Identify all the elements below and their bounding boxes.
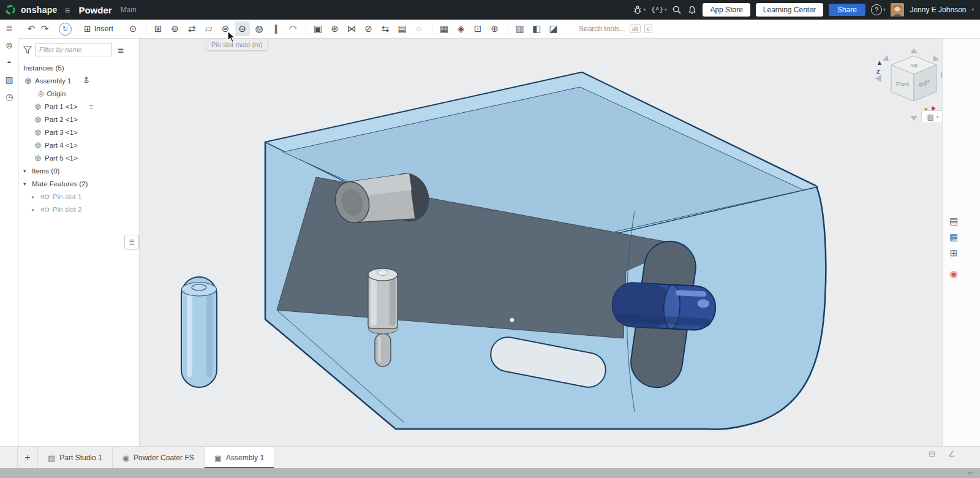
origin-marker[interactable] xyxy=(510,317,514,322)
user-name[interactable]: Jenny E Johnson xyxy=(910,6,966,14)
part-indicator-icon: ≡ xyxy=(89,103,93,110)
mates-panel-icon[interactable]: ⊚ xyxy=(2,40,16,50)
add-tab-button[interactable]: + xyxy=(17,447,38,469)
items-header[interactable]: ▾ Items (0) xyxy=(18,164,139,177)
mate-connector-icon[interactable]: ⊙ xyxy=(126,21,140,36)
search-tools-input[interactable]: Search tools... alt c xyxy=(579,25,652,33)
redo-icon[interactable]: ↷ xyxy=(38,23,51,34)
tool-glyph: ▤ xyxy=(398,23,406,34)
ball-mate-icon[interactable]: ◍ xyxy=(252,21,266,36)
slider-mate-icon[interactable]: ⇄ xyxy=(184,21,199,36)
display-mode-button[interactable]: ▧ ▾ xyxy=(921,110,942,123)
configurations-panel-icon[interactable]: ▦ xyxy=(946,230,961,245)
rotate-up-arrow[interactable] xyxy=(910,48,918,53)
comments-panel-icon[interactable]: ◓ xyxy=(2,58,16,67)
origin-icon: ◎ xyxy=(38,89,44,97)
panel-glyph: ◉ xyxy=(949,268,957,279)
part-label: Part 4 <1> xyxy=(45,142,78,149)
caret-down-icon[interactable]: ▾ xyxy=(971,7,974,12)
replicate-icon[interactable]: ▦ xyxy=(437,21,451,36)
roll-right-arrow[interactable] xyxy=(933,55,939,61)
tree-row-mate[interactable]: ▸ Pin slot 1 xyxy=(18,190,139,203)
part-housing[interactable] xyxy=(265,72,826,429)
tangent-mate-icon[interactable]: ◠ xyxy=(285,21,300,36)
history-panel-icon[interactable]: ◷ xyxy=(2,92,16,102)
diagnostics-menu[interactable]: ▾ xyxy=(633,5,646,15)
screw-relation-icon[interactable]: ⊘ xyxy=(361,21,376,36)
tab-powder-coater-fs[interactable]: ◉ Powder Coater FS xyxy=(113,447,205,469)
tree-row-part[interactable]: Part 5 <1> xyxy=(18,151,139,164)
section-view-icon[interactable]: ◪ xyxy=(546,21,561,36)
search-icon[interactable] xyxy=(672,5,682,15)
undo-icon[interactable]: ↶ xyxy=(24,23,38,34)
tree-row-part[interactable]: Part 4 <1> xyxy=(18,138,139,151)
tree-row-part[interactable]: Part 2 <1> xyxy=(18,113,139,126)
insert-button[interactable]: ⊞ Insert xyxy=(80,22,117,36)
part-pin-blue[interactable] xyxy=(611,282,717,332)
learning-center-button[interactable]: Learning Center xyxy=(756,3,823,17)
named-positions-icon[interactable]: ◈ xyxy=(454,21,469,36)
parallel-mate-icon[interactable]: ∥ xyxy=(269,21,284,36)
tree-row-part[interactable]: Part 1 <1> ≡ xyxy=(18,100,139,113)
tool-glyph: ◍ xyxy=(255,23,263,34)
rotate-left-arrow[interactable] xyxy=(875,75,881,82)
filter-input[interactable] xyxy=(35,43,112,56)
tab-part-studio-1[interactable]: ▧ Part Studio 1 xyxy=(38,447,113,469)
mate-features-header[interactable]: ▾ Mate Features (2) xyxy=(18,177,139,190)
tree-collapse-handle[interactable]: ≣ xyxy=(124,235,139,249)
pin-shaft-shade xyxy=(390,277,396,326)
part-cylinder-loose[interactable] xyxy=(181,277,217,387)
printer-icon[interactable]: ⊟ xyxy=(929,449,935,458)
tree-view-options-icon[interactable]: ≣ xyxy=(118,45,124,55)
revolute-mate-icon[interactable]: ⊚ xyxy=(168,21,183,36)
part-icon xyxy=(34,154,42,162)
document-menu-icon[interactable]: ≡ xyxy=(65,5,70,15)
bom-icon[interactable]: ▥ xyxy=(513,21,527,36)
scale-icon[interactable]: ∠ xyxy=(948,449,956,458)
document-title[interactable]: Powder xyxy=(78,5,111,15)
app-store-button[interactable]: App Store xyxy=(703,3,750,17)
pin-slot-mate-icon[interactable]: ⊖ xyxy=(235,21,250,36)
help-menu[interactable]: ? ▾ xyxy=(871,4,886,15)
graphics-viewport[interactable]: Top Front Right Z X ▧ ▾ xyxy=(139,38,942,446)
tool-glyph: ⊛ xyxy=(331,23,339,34)
rack-pinion-relation-icon[interactable]: ⋈ xyxy=(344,21,359,36)
bom-panel-icon[interactable]: ▤ xyxy=(946,214,961,229)
linear-relation-icon[interactable]: ⇆ xyxy=(378,21,393,36)
tree-row-mate[interactable]: ▸ Pin slot 2 xyxy=(18,203,139,216)
share-button[interactable]: Share xyxy=(829,4,865,16)
tree-row-origin[interactable]: ◎ Origin xyxy=(18,87,139,100)
tab-assembly-1[interactable]: ▣ Assembly 1 xyxy=(205,447,274,469)
exploded-view-icon[interactable]: ⊕ xyxy=(488,21,502,36)
gear-relation-icon[interactable]: ⊛ xyxy=(328,21,342,36)
structure-panel-icon[interactable]: ≣ xyxy=(2,23,16,33)
custom-tables-panel-icon[interactable]: ⊞ xyxy=(946,246,961,260)
rotate-down-arrow[interactable] xyxy=(910,116,918,121)
linear-pattern-icon[interactable]: ▤ xyxy=(395,21,410,36)
right-panel-strip: ▤▦⊞◉ xyxy=(942,38,980,446)
learning-panel-icon[interactable]: ◉ xyxy=(946,267,961,281)
user-avatar[interactable] xyxy=(891,3,904,17)
planar-mate-icon[interactable]: ▱ xyxy=(202,21,216,36)
tree-row-assembly[interactable]: Assembly 1 xyxy=(18,74,139,87)
parts-panel-icon[interactable]: ▧ xyxy=(2,75,16,85)
status-bar: ▱ xyxy=(0,468,980,478)
tool-glyph: ⇄ xyxy=(188,23,196,34)
fixed-anchor-icon xyxy=(83,77,90,85)
tree-row-part[interactable]: Part 3 <1> xyxy=(18,126,139,138)
notifications-bell-icon[interactable] xyxy=(687,5,697,15)
interference-icon[interactable]: ◧ xyxy=(529,21,544,36)
roll-left-arrow[interactable] xyxy=(883,55,889,61)
assembly-toolbar: ↶ ↷ ↻ ⊞ Insert ⊙ ⊞ ⊚ ⇄ ▱ ⊜ ⊖ xyxy=(18,20,980,39)
onshape-logo-icon[interactable] xyxy=(5,4,16,15)
circular-pattern-icon[interactable]: ◌ xyxy=(412,21,426,36)
filter-funnel-icon[interactable] xyxy=(23,46,32,54)
snapshot-icon[interactable]: ⊡ xyxy=(470,21,485,36)
assembly-3d-scene[interactable] xyxy=(139,38,942,446)
tool-glyph: ⊞ xyxy=(154,23,162,34)
featurescript-menu[interactable]: {^} ▾ xyxy=(651,6,666,13)
group-mate-icon[interactable]: ▣ xyxy=(311,21,325,36)
fastened-mate-icon[interactable]: ⊞ xyxy=(151,21,165,36)
update-icon[interactable]: ↻ xyxy=(59,23,72,36)
workspace-name[interactable]: Main xyxy=(121,6,137,14)
